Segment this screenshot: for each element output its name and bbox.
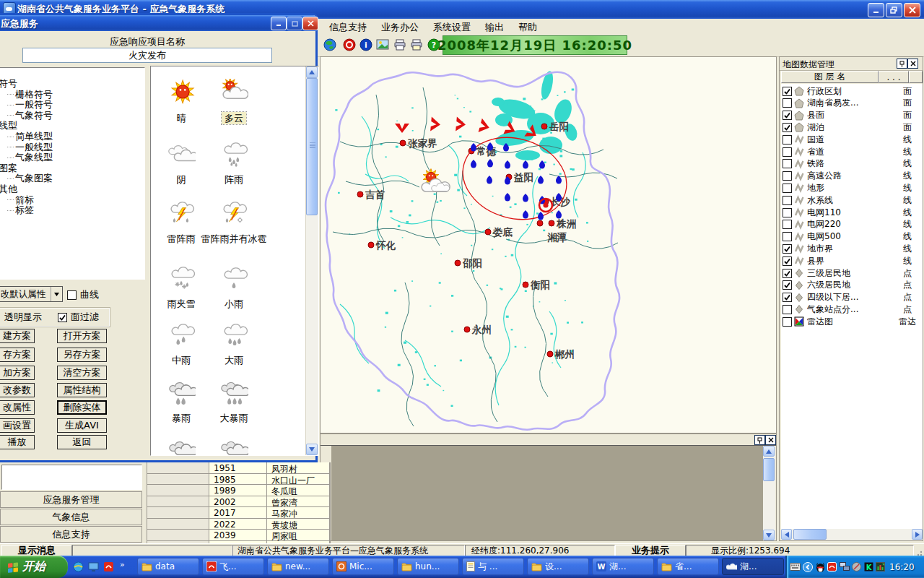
weather-item-label[interactable]: 中雨 <box>169 354 193 366</box>
fetion-icon[interactable] <box>103 561 115 573</box>
dialog-button-right-5[interactable]: 生成AVI <box>57 418 107 433</box>
wind-arrow-symbol[interactable] <box>430 117 441 132</box>
checkbox-box[interactable] <box>67 290 77 300</box>
layers-h-scrollbar[interactable] <box>781 529 923 540</box>
curve-checkbox[interactable]: 曲线 <box>67 288 99 301</box>
dialog-button-left-2[interactable]: 加方案 <box>0 366 35 380</box>
task-button-4[interactable]: hun... <box>397 558 459 575</box>
fetion-icon[interactable] <box>827 562 837 571</box>
rain-symbol[interactable] <box>523 210 528 219</box>
scroll-left-icon[interactable] <box>781 529 792 540</box>
layer-checkbox[interactable] <box>783 111 792 120</box>
layer-checkbox[interactable] <box>783 135 792 144</box>
rain-symbol[interactable] <box>487 142 493 151</box>
kaspersky-icon[interactable]: K <box>864 562 873 571</box>
desktop-icon[interactable] <box>87 561 100 573</box>
rain-symbol[interactable] <box>556 210 562 219</box>
weather-item-label[interactable]: 雨夹雪 <box>165 298 199 310</box>
left-panel-button-0[interactable]: 应急服务管理 <box>0 491 142 508</box>
pin-icon[interactable] <box>754 435 765 445</box>
weather-item-label[interactable]: 阴 <box>170 173 192 186</box>
table-row[interactable]: 1951凤羽村 <box>147 462 330 474</box>
weather-icon-clouds[interactable] <box>167 140 196 168</box>
wind-arrow-symbol[interactable] <box>456 117 466 132</box>
qq-icon[interactable] <box>816 562 825 572</box>
tree-item-12[interactable]: 标签 <box>7 205 34 215</box>
scroll-right-icon[interactable] <box>912 529 923 540</box>
chart-icon[interactable] <box>876 562 885 571</box>
rain-symbol[interactable] <box>487 159 493 168</box>
layers-header-extra[interactable] <box>909 71 923 83</box>
weather-icon-cloud-shower[interactable] <box>219 140 248 168</box>
symbol-tree[interactable]: 符号栅格符号一般符号气象符号线型简单线型一般线型气象线型图案气象图案其他箭标标签 <box>0 67 145 280</box>
collapse-icon[interactable] <box>803 562 813 572</box>
ie-icon[interactable] <box>72 561 84 573</box>
map-canvas[interactable]: 张家界岳阳常德益阳长沙吉首娄底株洲湘潭怀化邵阳衡阳永州郴州 <box>321 57 776 433</box>
task-button-6[interactable]: 设... <box>527 558 589 575</box>
layer-row-4[interactable]: 国道线 <box>781 134 923 145</box>
weather-icon-sun[interactable] <box>167 79 196 106</box>
rain-symbol[interactable] <box>523 160 528 169</box>
stop-icon[interactable] <box>341 37 357 53</box>
dialog-button-right-0[interactable]: 打开方案 <box>57 329 107 343</box>
table-row[interactable]: 1989冬瓜咀 <box>147 485 330 496</box>
table-row[interactable]: 2017马家冲 <box>147 507 330 519</box>
layers-header-name[interactable]: 图 层 名 <box>781 71 879 83</box>
layer-checkbox[interactable] <box>783 293 792 302</box>
menu-item-3[interactable]: 输出 <box>478 19 511 33</box>
business-tip-button[interactable]: 业务提示 <box>615 545 686 556</box>
keyboard-icon[interactable] <box>790 563 801 571</box>
globe-icon[interactable] <box>322 37 338 53</box>
weather-icon-cloud-storm[interactable] <box>167 438 196 456</box>
weather-icon-cloud-sleet[interactable] <box>167 264 196 292</box>
weather-icon-cloud-lightning[interactable] <box>167 199 196 227</box>
minimize-button[interactable] <box>868 3 884 17</box>
map-window[interactable]: 张家界岳阳常德益阳长沙吉首娄底株洲湘潭怀化邵阳衡阳永州郴州 <box>320 56 777 434</box>
dialog-button-right-6[interactable]: 返回 <box>57 435 107 449</box>
layer-checkbox[interactable] <box>783 196 792 205</box>
layer-checkbox[interactable] <box>783 256 792 266</box>
scroll-thumb[interactable] <box>306 78 318 215</box>
weather-scrollbar[interactable] <box>305 66 318 455</box>
close-icon[interactable] <box>765 435 776 445</box>
dialog-button-left-6[interactable]: 播放 <box>0 435 35 449</box>
layer-checkbox[interactable] <box>783 159 792 168</box>
rain-symbol[interactable] <box>487 176 492 184</box>
layer-row-13[interactable]: 地市界线 <box>781 243 923 254</box>
layer-row-5[interactable]: 省道线 <box>781 146 923 158</box>
rain-symbol[interactable] <box>538 176 544 184</box>
layer-checkbox[interactable] <box>783 244 792 254</box>
scroll-up-icon[interactable] <box>763 446 775 457</box>
help-icon[interactable]: ? <box>426 37 442 53</box>
task-button-0[interactable]: data <box>137 558 199 575</box>
dialog-button-left-1[interactable]: 存方案 <box>0 348 35 362</box>
layer-row-0[interactable]: 行政区划面 <box>781 85 923 97</box>
layer-row-12[interactable]: 电网500线 <box>781 231 923 243</box>
layer-row-10[interactable]: 电网110线 <box>781 207 923 218</box>
layer-checkbox[interactable] <box>783 220 792 229</box>
layer-row-9[interactable]: 水系线线 <box>781 194 923 206</box>
task-button-5[interactable]: 与 ... <box>462 558 524 575</box>
weather-item-label[interactable]: 晴 <box>170 112 192 124</box>
layer-checkbox[interactable] <box>783 87 792 96</box>
layer-row-15[interactable]: 三级居民地点 <box>781 267 923 279</box>
weather-icon-cloud-lightning-hail[interactable] <box>219 199 248 227</box>
layer-checkbox[interactable] <box>783 147 792 157</box>
task-button-2[interactable]: new... <box>267 558 329 575</box>
dialog-button-right-4[interactable]: 删除实体 <box>57 400 107 415</box>
weather-item-label[interactable]: 多云 <box>222 112 246 124</box>
layer-checkbox[interactable] <box>783 208 792 217</box>
rain-symbol[interactable] <box>505 160 510 169</box>
dialog-button-left-5[interactable]: 画设置 <box>0 418 35 433</box>
table-row[interactable]: 2022黄坡塘 <box>147 519 330 530</box>
start-button[interactable]: 开始 <box>0 556 68 578</box>
weather-icon-cloud-rain-3[interactable] <box>219 321 248 348</box>
checkbox-box[interactable] <box>58 313 67 322</box>
dialog-maximize-button[interactable] <box>287 17 302 30</box>
layer-row-19[interactable]: 雷达图雷达 <box>781 316 923 327</box>
scroll-down-icon[interactable] <box>306 444 318 455</box>
scroll-up-icon[interactable] <box>306 66 318 78</box>
menu-item-4[interactable]: 帮助 <box>511 19 544 33</box>
station-table[interactable]: 1951凤羽村1985水口山一厂1989冬瓜咀2002曾家湾2017马家冲202… <box>147 462 331 543</box>
wind-arrow-symbol[interactable] <box>395 124 409 133</box>
